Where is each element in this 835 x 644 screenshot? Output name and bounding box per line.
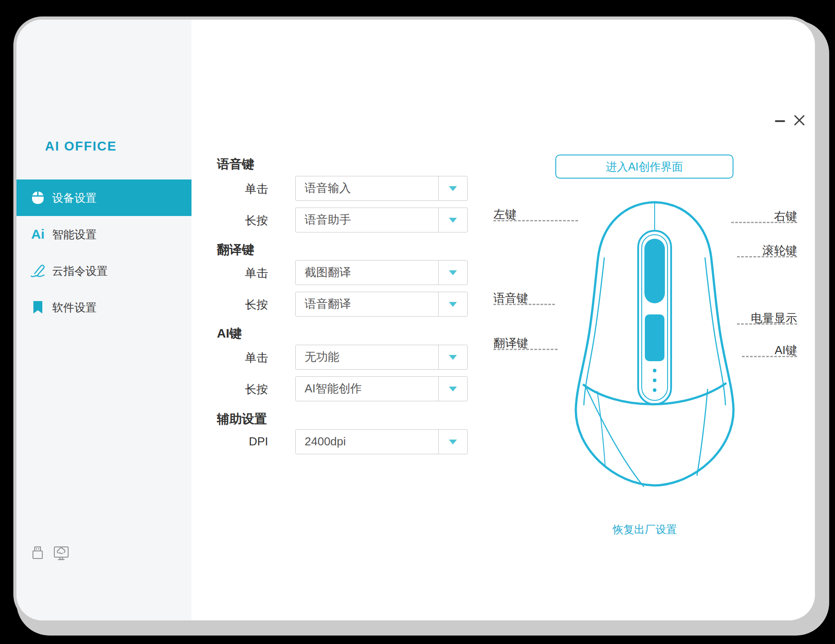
- section-title-auxiliary: 辅助设置: [217, 411, 267, 428]
- dropdown-value: 2400dpi: [296, 430, 438, 454]
- sidebar: AI OFFICE 设备设置 Ai 智能设置: [16, 20, 191, 620]
- sidebar-item-smart-settings[interactable]: Ai 智能设置: [16, 216, 191, 253]
- dropdown-dpi[interactable]: 2400dpi: [295, 429, 468, 454]
- sidebar-item-label: 设备设置: [52, 191, 97, 205]
- dropdown-button[interactable]: [438, 345, 467, 369]
- callout-line: [493, 349, 558, 350]
- cloud-pen-icon: [28, 263, 48, 279]
- chevron-down-icon: [449, 440, 457, 444]
- dropdown-button[interactable]: [438, 377, 467, 401]
- close-icon[interactable]: [793, 114, 806, 128]
- app-logo: AI OFFICE: [45, 139, 117, 154]
- sidebar-item-label: 智能设置: [52, 227, 97, 242]
- dropdown-ai-click[interactable]: 无功能: [295, 345, 468, 370]
- dropdown-translate-click[interactable]: 截图翻译: [295, 260, 468, 285]
- dropdown-ai-longpress[interactable]: AI智能创作: [295, 376, 468, 401]
- dropdown-value: 语音助手: [296, 208, 438, 232]
- section-title-voice-key: 语音键: [217, 156, 254, 173]
- sidebar-item-device-settings[interactable]: 设备设置: [16, 179, 191, 216]
- sidebar-item-cloud-command-settings[interactable]: 云指令设置: [16, 253, 191, 289]
- sidebar-item-label: 云指令设置: [52, 264, 108, 278]
- chevron-down-icon: [449, 270, 457, 275]
- dropdown-voice-click[interactable]: 语音输入: [295, 176, 468, 201]
- dropdown-value: AI智能创作: [296, 377, 438, 401]
- callout-line: [737, 256, 797, 257]
- minimize-icon[interactable]: [775, 120, 785, 122]
- row-label: 长按: [215, 297, 268, 313]
- dropdown-value: 无功能: [296, 345, 438, 369]
- dropdown-value: 语音翻译: [296, 292, 438, 316]
- dropdown-button[interactable]: [438, 208, 467, 232]
- section-title-translate-key: 翻译键: [217, 241, 254, 258]
- dropdown-voice-longpress[interactable]: 语音助手: [295, 208, 468, 232]
- dropdown-button[interactable]: [438, 430, 467, 454]
- dropdown-button[interactable]: [438, 261, 467, 285]
- chevron-down-icon: [449, 302, 457, 307]
- sidebar-footer: [30, 545, 71, 564]
- bookmark-icon: [28, 300, 48, 314]
- chevron-down-icon: [449, 355, 457, 360]
- dropdown-button[interactable]: [438, 176, 467, 200]
- row-label: 长按: [215, 382, 268, 397]
- dropdown-value: 语音输入: [296, 176, 438, 200]
- mouse-icon: [28, 190, 48, 205]
- section-title-ai-key: AI键: [217, 325, 242, 342]
- callout-line: [731, 222, 797, 223]
- callout-line: [742, 356, 797, 357]
- usb-receiver-icon[interactable]: [30, 545, 46, 564]
- dropdown-value: 截图翻译: [296, 261, 438, 285]
- chevron-down-icon: [449, 387, 457, 391]
- app-window: AI OFFICE 设备设置 Ai 智能设置: [16, 20, 815, 620]
- dropdown-translate-longpress[interactable]: 语音翻译: [295, 292, 468, 317]
- device-sync-icon[interactable]: [53, 545, 71, 564]
- row-label: 长按: [215, 213, 268, 228]
- callout-line: [493, 304, 555, 305]
- dropdown-button[interactable]: [438, 292, 467, 316]
- screen: AI OFFICE 设备设置 Ai 智能设置: [0, 0, 835, 644]
- row-label: 单击: [215, 350, 268, 366]
- sidebar-item-label: 软件设置: [52, 300, 97, 315]
- callout-line: [493, 220, 578, 221]
- row-label: 单击: [215, 265, 268, 281]
- sidebar-menu: 设备设置 Ai 智能设置 云指令设置: [16, 179, 191, 326]
- ai-letters-icon: Ai: [28, 227, 48, 242]
- sidebar-item-software-settings[interactable]: 软件设置: [16, 289, 191, 326]
- callout-line: [737, 323, 797, 325]
- enter-ai-creation-button[interactable]: 进入AI创作界面: [555, 155, 733, 179]
- row-label: DPI: [215, 435, 268, 448]
- factory-reset-button[interactable]: 恢复出厂设置: [600, 522, 689, 537]
- chevron-down-icon: [449, 186, 457, 191]
- row-label: 单击: [215, 181, 268, 197]
- chevron-down-icon: [449, 218, 457, 223]
- mouse-illustration: [563, 200, 746, 491]
